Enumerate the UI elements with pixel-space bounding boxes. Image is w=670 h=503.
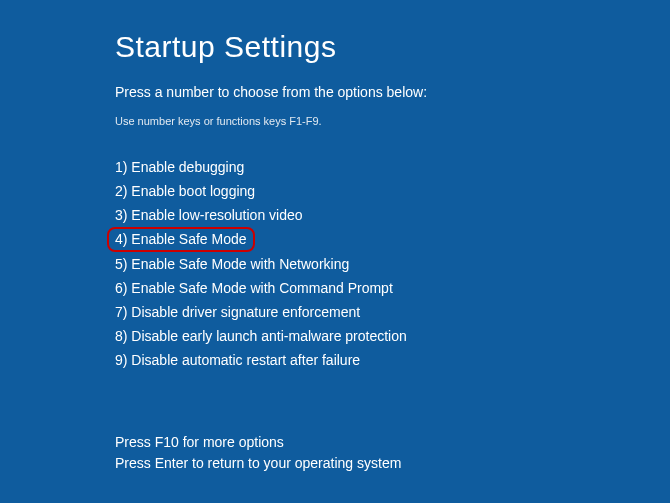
option-safe-mode-cmd[interactable]: 6) Enable Safe Mode with Command Prompt: [115, 278, 393, 299]
startup-options-list: 1) Enable debugging 2) Enable boot loggi…: [115, 155, 670, 372]
instruction-text: Press a number to choose from the option…: [115, 84, 670, 100]
option-boot-logging[interactable]: 2) Enable boot logging: [115, 181, 255, 202]
return-text: Press Enter to return to your operating …: [115, 453, 670, 474]
option-low-res-video[interactable]: 3) Enable low-resolution video: [115, 205, 303, 226]
option-disable-auto-restart[interactable]: 9) Disable automatic restart after failu…: [115, 350, 360, 371]
option-safe-mode[interactable]: 4) Enable Safe Mode: [107, 227, 255, 252]
option-disable-malware-protection[interactable]: 8) Disable early launch anti-malware pro…: [115, 326, 407, 347]
page-title: Startup Settings: [115, 30, 670, 64]
key-hint-text: Use number keys or functions keys F1-F9.: [115, 115, 670, 127]
option-debugging[interactable]: 1) Enable debugging: [115, 157, 244, 178]
more-options-text: Press F10 for more options: [115, 432, 670, 453]
option-disable-driver-sig[interactable]: 7) Disable driver signature enforcement: [115, 302, 360, 323]
option-safe-mode-networking[interactable]: 5) Enable Safe Mode with Networking: [115, 254, 349, 275]
